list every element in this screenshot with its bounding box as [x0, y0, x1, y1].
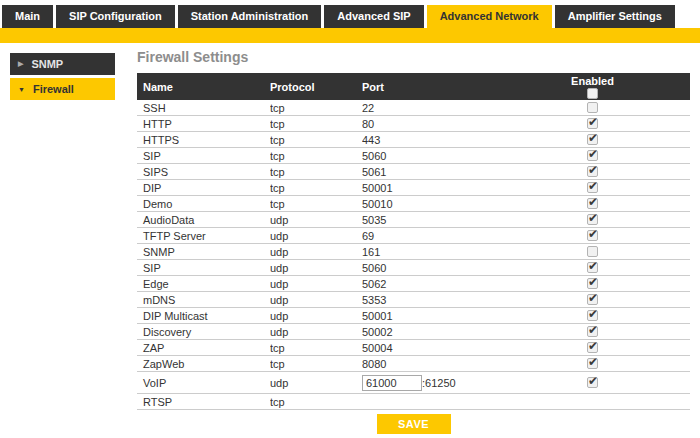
- row-name: DIP: [137, 182, 270, 194]
- row-protocol: udp: [270, 310, 362, 322]
- table-row: ZapWeb tcp 8080: [137, 356, 690, 372]
- row-protocol: tcp: [270, 102, 362, 114]
- row-port: 5353: [362, 294, 495, 306]
- tab-amplifier-settings[interactable]: Amplifier Settings: [555, 5, 675, 28]
- tab-station-administration[interactable]: Station Administration: [178, 5, 322, 28]
- row-port: 443: [362, 134, 495, 146]
- voip-port-input[interactable]: [362, 375, 422, 391]
- port-range-suffix: :61250: [422, 377, 456, 389]
- row-port: 5062: [362, 278, 495, 290]
- tab-sip-configuration[interactable]: SIP Configuration: [56, 5, 175, 28]
- table-row: Discovery udp 50002: [137, 324, 690, 340]
- row-name: ZAP: [137, 342, 270, 354]
- snmp-enabled-checkbox[interactable]: [587, 246, 598, 257]
- edge-enabled-checkbox[interactable]: [587, 278, 598, 289]
- dip-multicast-enabled-checkbox[interactable]: [587, 310, 598, 321]
- row-name: Demo: [137, 198, 270, 210]
- tab-advanced-network[interactable]: Advanced Network: [427, 5, 552, 28]
- row-enabled-cell: [495, 262, 690, 273]
- tab-main[interactable]: Main: [2, 5, 53, 28]
- table-row: DIP Multicast udp 50001: [137, 308, 690, 324]
- sip-enabled-checkbox[interactable]: [587, 262, 598, 273]
- row-port: 8080: [362, 358, 495, 370]
- sips-enabled-checkbox[interactable]: [587, 166, 598, 177]
- row-enabled-cell: [495, 102, 690, 113]
- table-row: VoIP udp :61250: [137, 372, 690, 394]
- sidebar-item-label: Firewall: [33, 83, 74, 95]
- row-port: 50001: [362, 182, 495, 194]
- table-row: Demo tcp 50010: [137, 196, 690, 212]
- row-protocol: udp: [270, 246, 362, 258]
- table-body: SSH tcp 22 HTTP tcp 80 HTTPS tcp 443 SIP…: [137, 100, 690, 410]
- row-enabled-cell: [495, 230, 690, 241]
- page-title: Firewall Settings: [137, 50, 690, 65]
- row-protocol: tcp: [270, 358, 362, 370]
- triangle-down-icon: ▼: [18, 86, 25, 93]
- column-header-protocol: Protocol: [270, 73, 362, 100]
- column-header-name: Name: [137, 73, 270, 100]
- row-enabled-cell: [495, 118, 690, 129]
- table-row: RTSP tcp: [137, 394, 690, 410]
- table-row: TFTP Server udp 69: [137, 228, 690, 244]
- row-enabled-cell: [495, 166, 690, 177]
- row-protocol: udp: [270, 214, 362, 226]
- tab-bar: MainSIP ConfigurationStation Administrat…: [0, 0, 700, 28]
- row-name: HTTP: [137, 118, 270, 130]
- row-enabled-cell: [495, 150, 690, 161]
- accent-bar: [0, 28, 700, 43]
- discovery-enabled-checkbox[interactable]: [587, 326, 598, 337]
- dip-enabled-checkbox[interactable]: [587, 182, 598, 193]
- row-port: 5035: [362, 214, 495, 226]
- ssh-enabled-checkbox[interactable]: [587, 102, 598, 113]
- row-port: 5061: [362, 166, 495, 178]
- row-name: Discovery: [137, 326, 270, 338]
- table-row: SIPS tcp 5061: [137, 164, 690, 180]
- http-enabled-checkbox[interactable]: [587, 118, 598, 129]
- row-port: 69: [362, 230, 495, 242]
- row-name: RTSP: [137, 396, 270, 408]
- mdns-enabled-checkbox[interactable]: [587, 294, 598, 305]
- table-row: HTTP tcp 80: [137, 116, 690, 132]
- row-port: 5060: [362, 150, 495, 162]
- row-name: mDNS: [137, 294, 270, 306]
- tab-advanced-sip[interactable]: Advanced SIP: [324, 5, 423, 28]
- row-enabled-cell: [495, 377, 690, 388]
- row-port: :61250: [362, 375, 495, 391]
- column-header-port: Port: [362, 73, 495, 100]
- voip-enabled-checkbox[interactable]: [587, 377, 598, 388]
- table-row: HTTPS tcp 443: [137, 132, 690, 148]
- zapweb-enabled-checkbox[interactable]: [587, 358, 598, 369]
- row-name: TFTP Server: [137, 230, 270, 242]
- https-enabled-checkbox[interactable]: [587, 134, 598, 145]
- row-name: VoIP: [137, 377, 270, 389]
- save-button[interactable]: SAVE: [377, 414, 451, 434]
- row-protocol: tcp: [270, 396, 362, 408]
- save-row: SAVE: [137, 414, 690, 434]
- row-protocol: tcp: [270, 342, 362, 354]
- row-port: 161: [362, 246, 495, 258]
- row-enabled-cell: [495, 294, 690, 305]
- row-protocol: tcp: [270, 134, 362, 146]
- table-row: mDNS udp 5353: [137, 292, 690, 308]
- row-enabled-cell: [495, 214, 690, 225]
- table-row: AudioData udp 5035: [137, 212, 690, 228]
- tftp-server-enabled-checkbox[interactable]: [587, 230, 598, 241]
- enabled-all-checkbox[interactable]: [587, 88, 598, 99]
- row-name: AudioData: [137, 214, 270, 226]
- row-enabled-cell: [495, 278, 690, 289]
- row-port: 5060: [362, 262, 495, 274]
- row-name: SNMP: [137, 246, 270, 258]
- zap-enabled-checkbox[interactable]: [587, 342, 598, 353]
- row-enabled-cell: [495, 310, 690, 321]
- sidebar-item-firewall[interactable]: ▼ Firewall: [10, 78, 115, 100]
- sidebar-item-snmp[interactable]: ▶ SNMP: [10, 53, 115, 75]
- row-port: 50002: [362, 326, 495, 338]
- audiodata-enabled-checkbox[interactable]: [587, 214, 598, 225]
- sip-enabled-checkbox[interactable]: [587, 150, 598, 161]
- demo-enabled-checkbox[interactable]: [587, 198, 598, 209]
- table-header: Name Protocol Port Enabled: [137, 73, 690, 100]
- row-protocol: udp: [270, 326, 362, 338]
- row-protocol: udp: [270, 262, 362, 274]
- row-enabled-cell: [495, 134, 690, 145]
- table-row: ZAP tcp 50004: [137, 340, 690, 356]
